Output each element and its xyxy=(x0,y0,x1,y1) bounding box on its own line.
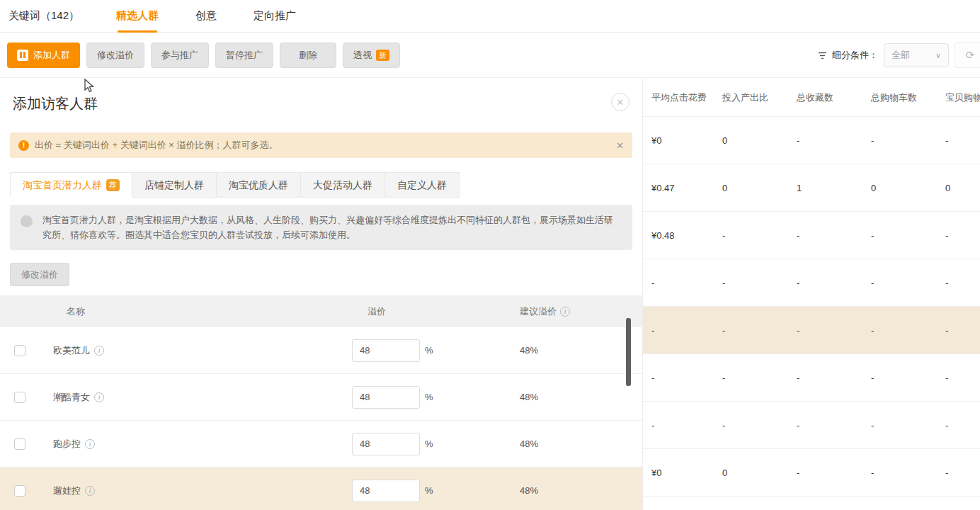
info-icon[interactable]: i xyxy=(560,307,570,317)
modify-premium-inline-button[interactable]: 修改溢价 xyxy=(10,263,69,286)
tab-custom[interactable]: 自定义人群 xyxy=(385,172,460,198)
report-row: ----- xyxy=(643,402,980,449)
report-col-header: 总购物车数 xyxy=(871,91,945,104)
insight-button[interactable]: 透视 新 xyxy=(343,42,400,68)
report-cell: - xyxy=(871,468,945,478)
report-cell: 0 xyxy=(722,468,797,478)
report-cell: - xyxy=(797,278,871,288)
report-cell: - xyxy=(871,135,945,146)
report-cell: - xyxy=(651,325,722,336)
alert-close-icon[interactable]: ✕ xyxy=(616,140,624,151)
recommend-badge: 荐 xyxy=(106,179,120,191)
report-cell: - xyxy=(945,278,980,288)
close-panel-button[interactable]: ✕ xyxy=(611,93,629,111)
row-checkbox[interactable] xyxy=(14,485,25,497)
report-cell: - xyxy=(722,278,797,288)
refresh-icon: ⟳ xyxy=(966,49,975,62)
report-cell: 0 xyxy=(722,183,797,193)
premium-cell: % xyxy=(317,433,479,455)
refresh-button[interactable]: ⟳ xyxy=(955,42,980,68)
report-table-body: ¥00---¥0.470100¥0.48--------------------… xyxy=(643,117,980,497)
col-header-premium: 溢价 xyxy=(317,305,479,318)
report-cell: - xyxy=(722,325,797,336)
report-cell: - xyxy=(797,373,871,383)
report-cell: ¥0 xyxy=(651,468,722,478)
audience-row: 欧美范儿i%48% xyxy=(0,327,642,374)
pause-promotion-button[interactable]: 暂停推广 xyxy=(215,42,273,68)
audience-table-body: 欧美范儿i%48%潮酷青女i%48%跑步控i%48%遛娃控i%48% xyxy=(0,327,642,510)
premium-input[interactable] xyxy=(352,386,420,409)
premium-input[interactable] xyxy=(352,480,420,502)
tab-label: 自定义人群 xyxy=(397,173,447,197)
bid-formula-alert: ! 出价 = 关键词出价 + 关键词出价 × 溢价比例；人群可多选。 ✕ xyxy=(10,132,632,158)
report-row: ¥0.48---- xyxy=(643,212,980,259)
report-cell: - xyxy=(722,373,797,383)
page-title: 添加访客人群 xyxy=(13,94,642,113)
audience-name-cell: 欧美范儿i xyxy=(35,344,317,357)
scrollbar-thumb[interactable] xyxy=(626,318,631,386)
tab-taobao-homepage-potential[interactable]: 淘宝首页潜力人群荐 xyxy=(10,172,132,198)
tab-promotion-activity[interactable]: 大促活动人群 xyxy=(301,172,385,198)
report-col-header: 投入产出比 xyxy=(722,91,797,104)
info-icon[interactable]: i xyxy=(85,486,95,496)
info-icon[interactable]: i xyxy=(85,439,95,449)
suggested-premium: 48% xyxy=(479,438,642,449)
filter-dropdown[interactable]: 全部 ∨ xyxy=(884,43,949,67)
report-col-header: 平均点击花费 xyxy=(651,91,722,104)
filter-dropdown-value: 全部 xyxy=(891,49,910,62)
report-cell: - xyxy=(945,135,980,146)
warning-icon: ! xyxy=(18,140,29,151)
row-checkbox[interactable] xyxy=(14,392,25,403)
row-checkbox[interactable] xyxy=(14,345,25,356)
report-cell: 0 xyxy=(871,183,945,193)
report-cell: ¥0.47 xyxy=(651,183,722,193)
add-audience-button[interactable]: 添加人群 xyxy=(7,42,80,68)
row-checkbox[interactable] xyxy=(14,438,25,450)
delete-button[interactable]: 删除 xyxy=(280,42,336,68)
tab-label: 淘宝优质人群 xyxy=(229,173,288,197)
modify-premium-button[interactable]: 修改溢价 xyxy=(86,42,144,68)
report-cell: - xyxy=(651,278,722,288)
report-cell: - xyxy=(945,468,980,478)
col-header-suggested: 建议溢价 xyxy=(520,305,557,318)
tab-label: 淘宝首页潜力人群 xyxy=(23,173,102,197)
add-visitor-audience-panel: 添加访客人群 ✕ ! 出价 = 关键词出价 + 关键词出价 × 溢价比例；人群可… xyxy=(0,79,643,510)
suggested-premium: 48% xyxy=(479,485,642,496)
tab-keywords[interactable]: 关键词（142） xyxy=(8,0,79,33)
tab-targeted-promotion[interactable]: 定向推广 xyxy=(253,0,296,33)
tab-store-customized[interactable]: 店铺定制人群 xyxy=(132,172,217,198)
info-icon[interactable]: i xyxy=(94,392,104,402)
premium-input[interactable] xyxy=(352,433,420,455)
report-row: ¥00--- xyxy=(643,117,980,164)
report-row: ----- xyxy=(643,259,980,307)
report-cell: - xyxy=(651,373,722,383)
insight-label: 透视 xyxy=(353,49,372,62)
audience-table-header: 名称 溢价 建议溢价 i xyxy=(0,296,642,327)
report-cell: - xyxy=(871,325,945,336)
report-cell: - xyxy=(797,230,871,241)
filter-icon xyxy=(817,50,828,61)
report-cell: - xyxy=(797,468,871,478)
audience-name-cell: 遛娃控i xyxy=(35,484,317,497)
audience-name: 欧美范儿 xyxy=(53,344,90,357)
report-cell: 0 xyxy=(722,135,797,146)
report-cell: - xyxy=(797,325,871,336)
info-icon[interactable]: i xyxy=(94,346,104,356)
premium-input[interactable] xyxy=(352,339,420,362)
report-row: ¥00--- xyxy=(643,449,980,497)
report-table-header: 平均点击花费投入产出比总收藏数总购物车数宝贝购物车数 xyxy=(643,79,980,117)
tab-taobao-premium[interactable]: 淘宝优质人群 xyxy=(217,172,301,198)
join-promotion-button[interactable]: 参与推广 xyxy=(151,42,209,68)
tab-selected-audience[interactable]: 精选人群 xyxy=(116,0,159,33)
report-row: ----- xyxy=(643,354,980,402)
tab-creative[interactable]: 创意 xyxy=(195,0,217,33)
percent-suffix: % xyxy=(425,438,433,449)
report-cell: 1 xyxy=(797,183,871,193)
report-cell: - xyxy=(651,420,722,431)
report-cell: ¥0.48 xyxy=(651,230,722,241)
audience-row: 遛娃控i%48% xyxy=(0,468,642,510)
report-row: ----- xyxy=(643,307,980,354)
info-bubble-icon xyxy=(21,215,33,227)
audience-name: 遛娃控 xyxy=(53,484,81,497)
tab-label: 店铺定制人群 xyxy=(144,173,204,197)
